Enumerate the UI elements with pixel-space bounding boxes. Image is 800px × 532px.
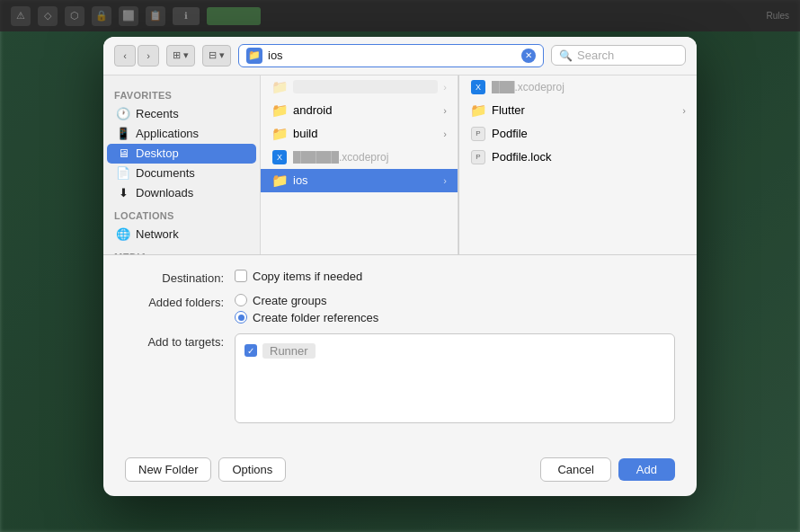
added-folders-controls: Create groups Create folder references	[235, 294, 378, 324]
file-item-build[interactable]: 📁 build ›	[261, 122, 458, 146]
sidebar-item-applications[interactable]: 📱 Applications	[107, 124, 256, 144]
added-folders-label: Added folders:	[125, 294, 224, 309]
nav-buttons: ‹ ›	[114, 45, 159, 66]
grid-view-button[interactable]: ⊟ ▾	[202, 45, 231, 66]
build-folder-icon: 📁	[271, 126, 288, 142]
xcodeproj-right-filename: ███.xcodeproj	[492, 81, 686, 93]
downloads-label: Downloads	[136, 186, 193, 200]
destination-label: Destination:	[125, 270, 224, 285]
copy-items-label: Copy items if needed	[253, 270, 362, 283]
grid-icon: ⊟	[209, 49, 217, 61]
form-section: Destination: Copy items if needed Added …	[103, 255, 697, 447]
file-browser-toolbar: ‹ › ⊞ ▾ ⊟ ▾ 📁 ios ✕ 🔍 Search	[103, 37, 697, 75]
sidebar-item-documents[interactable]: 📄 Documents	[107, 164, 256, 183]
cancel-button[interactable]: Cancel	[540, 457, 610, 482]
chevron-build: ›	[443, 129, 447, 139]
grid-chevron: ▾	[219, 49, 225, 61]
new-folder-button[interactable]: New Folder	[125, 457, 211, 482]
create-folder-refs-radio[interactable]	[235, 311, 247, 324]
file-item-podfile-lock[interactable]: P Podfile.lock	[459, 146, 697, 169]
file-list-container: 📁 ██████ › 📁 android › 📁	[261, 75, 697, 254]
podfile-filename: Podfile	[492, 127, 686, 140]
desktop-label: Desktop	[136, 146, 179, 160]
downloads-icon: ⬇	[116, 186, 130, 200]
search-placeholder: Search	[577, 49, 678, 62]
back-button[interactable]: ‹	[114, 45, 136, 66]
options-button[interactable]: Options	[218, 457, 286, 482]
flutter-folder-icon: 📁	[470, 102, 486, 119]
runner-target-name: Runner	[262, 343, 316, 359]
column-view-button[interactable]: ⊞ ▾	[166, 45, 195, 66]
file-panel-left: 📁 ██████ › 📁 android › 📁	[261, 75, 458, 254]
android-folder-icon: 📁	[271, 102, 288, 119]
applications-label: Applications	[136, 127, 199, 140]
podfile-lock-filename: Podfile.lock	[492, 150, 686, 164]
destination-row: Destination: Copy items if needed	[125, 270, 675, 285]
blurred-filename: ██████	[293, 80, 438, 93]
copy-items-checkbox[interactable]	[235, 270, 247, 282]
file-item-xcodeproj[interactable]: X ██████.xcodeproj	[261, 146, 458, 169]
locations-header: Locations	[103, 203, 260, 225]
ios-filename: ios	[293, 173, 438, 187]
chevron-flutter: ›	[682, 105, 686, 116]
added-folders-row: Added folders: Create groups Create fold…	[125, 294, 675, 324]
folder-location-icon: 📁	[246, 48, 262, 64]
modal-overlay: ‹ › ⊞ ▾ ⊟ ▾ 📁 ios ✕ 🔍 Search	[0, 0, 800, 532]
sidebar-item-downloads[interactable]: ⬇ Downloads	[107, 183, 256, 203]
flutter-filename: Flutter	[492, 103, 677, 117]
recents-icon: 🕐	[116, 107, 130, 121]
file-item-flutter[interactable]: 📁 Flutter ›	[459, 99, 697, 122]
file-item-ios[interactable]: 📁 ios ›	[261, 169, 458, 192]
chevron-android: ›	[443, 105, 447, 116]
location-bar[interactable]: 📁 ios ✕	[238, 44, 544, 67]
recents-label: Recents	[136, 107, 179, 120]
sidebar-item-recents[interactable]: 🕐 Recents	[107, 104, 256, 124]
xcodeproj-icon: X	[271, 149, 288, 165]
forward-button[interactable]: ›	[138, 45, 159, 66]
android-filename: android	[293, 103, 438, 117]
targets-box: Runner	[235, 333, 675, 423]
network-label: Network	[136, 227, 179, 241]
dialog-buttons: New Folder Options Cancel Add	[103, 447, 697, 496]
sidebar: Favorites 🕐 Recents 📱 Applications 🖥 Des…	[103, 75, 261, 254]
location-clear-button[interactable]: ✕	[521, 49, 536, 63]
file-picker-dialog: ‹ › ⊞ ▾ ⊟ ▾ 📁 ios ✕ 🔍 Search	[103, 37, 697, 496]
blurred-folder-icon: 📁	[271, 79, 288, 95]
column-view-icon: ⊞	[173, 49, 181, 61]
sidebar-item-desktop[interactable]: 🖥 Desktop	[107, 144, 256, 164]
sidebar-item-network[interactable]: 🌐 Network	[107, 225, 256, 244]
chevron-ios: ›	[443, 175, 447, 186]
chevron-1: ›	[443, 82, 447, 93]
xcodeproj-filename: ██████.xcodeproj	[293, 151, 447, 164]
target-item-runner: Runner	[244, 341, 665, 360]
search-bar[interactable]: 🔍 Search	[551, 45, 686, 66]
add-to-targets-row: Add to targets: Runner	[125, 333, 675, 423]
ios-folder-icon: 📁	[271, 173, 288, 189]
create-folder-refs-label: Create folder references	[253, 311, 378, 324]
xcodeproj-right-icon: X	[470, 79, 486, 95]
create-groups-radio[interactable]	[235, 294, 247, 306]
file-item-podfile[interactable]: P Podfile	[459, 122, 697, 146]
create-groups-row: Create groups	[235, 294, 378, 307]
podfile-lock-icon: P	[470, 149, 486, 165]
file-browser: Favorites 🕐 Recents 📱 Applications 🖥 Des…	[103, 75, 697, 255]
create-groups-label: Create groups	[253, 294, 326, 307]
location-text: ios	[268, 49, 516, 62]
network-icon: 🌐	[116, 227, 130, 242]
documents-label: Documents	[136, 166, 195, 180]
file-item-blurred[interactable]: 📁 ██████ ›	[261, 75, 458, 99]
podfile-icon: P	[470, 126, 486, 142]
runner-checkbox[interactable]	[244, 344, 257, 357]
file-item-android[interactable]: 📁 android ›	[261, 99, 458, 122]
add-to-targets-label: Add to targets:	[125, 333, 224, 349]
build-filename: build	[293, 127, 438, 140]
search-icon: 🔍	[559, 49, 573, 62]
file-item-xcodeproj-right[interactable]: X ███.xcodeproj	[459, 75, 697, 99]
desktop-icon: 🖥	[116, 146, 130, 161]
column-view-chevron: ▾	[183, 49, 189, 61]
add-button[interactable]: Add	[618, 458, 675, 481]
favorites-header: Favorites	[103, 83, 260, 104]
destination-controls: Copy items if needed	[235, 270, 362, 283]
applications-icon: 📱	[116, 127, 130, 141]
documents-icon: 📄	[116, 166, 130, 181]
